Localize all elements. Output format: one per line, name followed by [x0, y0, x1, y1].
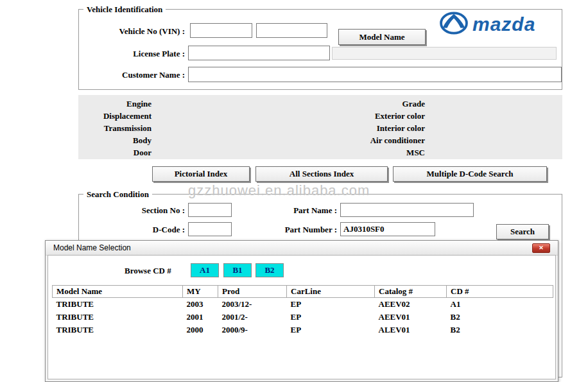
part-number-label: Part Number : — [254, 225, 337, 235]
vin-input-2[interactable] — [256, 23, 327, 38]
license-plate-label: License Plate : — [78, 49, 185, 59]
cell-prod: 2000/9- — [218, 324, 287, 336]
engine-label: Engine — [78, 99, 151, 109]
cell-my: 2000 — [183, 324, 218, 336]
dialog-titlebar[interactable]: Model Name Selection ✕ — [46, 241, 558, 256]
col-model-name[interactable]: Model Name — [53, 286, 183, 298]
table-row[interactable]: TRIBUTE 2003 2003/12- EP AEEV02 A1 — [53, 298, 553, 311]
browse-cd-label: Browse CD # — [125, 266, 195, 276]
dialog-body: Browse CD # A1 B1 B2 Model Name MY Prod … — [48, 255, 556, 379]
close-icon: ✕ — [539, 245, 544, 251]
multiple-dcode-search-button[interactable]: Multiple D-Code Search — [393, 166, 547, 182]
cell-carline: EP — [287, 311, 375, 324]
table-row[interactable]: TRIBUTE 2001 2001/2- EP AEEV01 B2 — [53, 311, 553, 324]
cell-my: 2001 — [183, 311, 218, 324]
cell-prod: 2003/12- — [218, 298, 287, 311]
cell-catalog: ALEV01 — [375, 324, 447, 336]
mazda-epc-screen: Vehicle Identification Vehicle No (VIN) … — [0, 0, 588, 382]
dcode-input[interactable] — [188, 222, 232, 236]
cell-cd: B2 — [447, 324, 553, 336]
cell-model-name: TRIBUTE — [53, 311, 183, 324]
search-button[interactable]: Search — [496, 224, 549, 239]
close-button[interactable]: ✕ — [532, 243, 550, 253]
model-name-button[interactable]: Model Name — [338, 29, 426, 45]
door-label: Door — [78, 148, 151, 158]
transmission-label: Transmission — [78, 123, 151, 134]
pictorial-index-button[interactable]: Pictorial Index — [152, 166, 250, 182]
cell-carline: EP — [287, 324, 375, 336]
col-carline[interactable]: CarLine — [287, 286, 375, 298]
model-table: Model Name MY Prod CarLine Catalog # CD … — [52, 285, 553, 336]
mazda-logo: mazda — [437, 11, 558, 38]
part-name-input[interactable] — [340, 203, 474, 217]
dcode-label: D-Code : — [103, 225, 185, 235]
dialog-title: Model Name Selection — [53, 243, 131, 252]
table-row[interactable]: TRIBUTE 2000 2000/9- EP ALEV01 B2 — [53, 324, 553, 336]
cd-button-a1[interactable]: A1 — [191, 263, 219, 277]
vehicle-identification-legend: Vehicle Identification — [83, 4, 166, 15]
vin-label: Vehicle No (VIN) : — [78, 26, 185, 37]
displacement-label: Displacement — [78, 111, 151, 121]
cell-prod: 2001/2- — [218, 311, 287, 324]
all-sections-index-button[interactable]: All Sections Index — [255, 166, 388, 182]
customer-name-input[interactable] — [188, 67, 562, 82]
interior-color-label: Interior color — [257, 123, 425, 134]
col-cd[interactable]: CD # — [447, 286, 553, 298]
vin-input-1[interactable] — [190, 23, 252, 38]
mazda-wordmark: mazda — [472, 13, 535, 35]
cell-carline: EP — [287, 298, 375, 311]
license-plate-disabled-field — [332, 47, 557, 60]
col-my[interactable]: MY — [183, 286, 218, 298]
body-label: Body — [78, 135, 151, 146]
section-no-label: Section No : — [103, 205, 185, 216]
cell-cd: B2 — [447, 311, 553, 324]
air-conditioner-label: Air conditioner — [257, 135, 425, 146]
col-catalog[interactable]: Catalog # — [375, 286, 447, 298]
cd-button-b2[interactable]: B2 — [255, 263, 284, 277]
cell-cd: A1 — [447, 298, 553, 311]
license-plate-input[interactable] — [188, 46, 330, 60]
customer-name-label: Customer Name : — [78, 70, 185, 80]
exterior-color-label: Exterior color — [257, 111, 425, 121]
section-no-input[interactable] — [188, 203, 232, 217]
cell-model-name: TRIBUTE — [53, 298, 183, 311]
col-prod[interactable]: Prod — [218, 286, 287, 298]
model-table-header-row: Model Name MY Prod CarLine Catalog # CD … — [53, 286, 553, 298]
part-number-input[interactable] — [340, 222, 435, 236]
cell-my: 2003 — [183, 298, 218, 311]
cell-model-name: TRIBUTE — [53, 324, 183, 336]
part-name-label: Part Name : — [254, 205, 337, 216]
cd-button-b1[interactable]: B1 — [223, 263, 252, 277]
cell-catalog: AEEV01 — [375, 311, 447, 324]
search-condition-legend: Search Condition — [83, 189, 152, 200]
cell-catalog: AEEV02 — [375, 298, 447, 311]
grade-label: Grade — [257, 99, 425, 109]
watermark: gzzhuowei.en.alibaba.com — [188, 182, 370, 199]
model-name-selection-dialog: Model Name Selection ✕ Browse CD # A1 B1… — [45, 240, 558, 382]
msc-label: MSC — [257, 148, 425, 158]
mazda-emblem-icon — [439, 11, 469, 38]
